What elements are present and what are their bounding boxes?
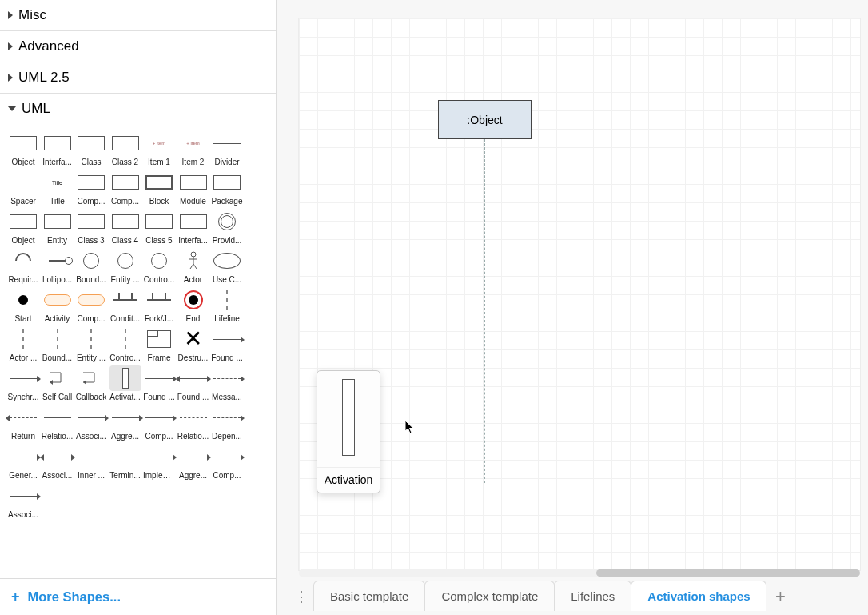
shape-comp-[interactable]: Comp... — [74, 170, 108, 206]
shape-depen-[interactable]: Depen... — [210, 405, 244, 441]
sheet-tab-complex-template[interactable]: Complex template — [424, 581, 555, 611]
shape-class-2[interactable]: Class 2 — [109, 130, 142, 166]
shape-contro-[interactable]: Contro... — [142, 248, 176, 284]
shape-class-5[interactable]: Class 5 — [142, 209, 176, 245]
shape-block[interactable]: Block — [142, 170, 176, 206]
shape-object[interactable]: Object — [6, 130, 40, 166]
shape-label: Associ... — [7, 510, 39, 519]
shape-label: Inner ... — [75, 471, 107, 480]
diagram-canvas[interactable]: :Object Activation — [299, 18, 860, 570]
shape-label: Activat... — [109, 393, 141, 401]
shape-item-2[interactable]: + itemItem 2 — [177, 130, 210, 166]
shape-item-1[interactable]: + itemItem 1 — [142, 130, 176, 166]
shape-comp-[interactable]: Comp... — [210, 444, 244, 480]
shape-end[interactable]: End — [177, 287, 210, 323]
sheet-tab-activation-shapes[interactable]: Activation shapes — [631, 581, 766, 611]
sheet-menu-button[interactable]: ⋮ — [289, 581, 313, 611]
shape-self-call[interactable]: Self Call — [41, 365, 74, 401]
object-lifeline[interactable] — [484, 139, 485, 483]
sheet-tab-basic-template[interactable]: Basic template — [313, 581, 425, 611]
svg-point-0 — [191, 252, 196, 257]
shape-comp-[interactable]: Comp... — [74, 287, 108, 323]
shape-entity-[interactable]: Entity ... — [109, 248, 142, 284]
circ-icon — [75, 248, 107, 274]
palette-section-uml-2-5[interactable]: UML 2.5 — [0, 62, 276, 93]
shape-inner-[interactable]: Inner ... — [74, 444, 108, 480]
shape-class[interactable]: Class — [74, 130, 108, 166]
more-shapes-button[interactable]: + More Shapes... — [0, 578, 276, 615]
shape-frame[interactable]: Frame — [142, 326, 176, 362]
shape-found-[interactable]: Found ... — [142, 365, 176, 401]
fork-icon — [109, 287, 141, 313]
shape-lifeline[interactable]: Lifeline — [210, 287, 244, 323]
shape-label: Fork/J... — [143, 314, 175, 323]
shape-activat-[interactable]: Activat... — [109, 365, 142, 401]
shape-label: Self Call — [42, 393, 74, 401]
shape-spacer[interactable]: Spacer — [6, 170, 40, 206]
shape-contro-[interactable]: Contro... — [109, 326, 142, 362]
shape-callback[interactable]: Callback — [74, 365, 108, 401]
shape-entity[interactable]: Entity — [41, 209, 74, 245]
shape-relatio-[interactable]: Relatio... — [177, 405, 210, 441]
shape-comp-[interactable]: Comp... — [109, 170, 142, 206]
rect-icon — [7, 130, 39, 156]
shape-bound-[interactable]: Bound... — [41, 326, 74, 362]
object-lifeline-box[interactable]: :Object — [438, 100, 532, 139]
shape-class-4[interactable]: Class 4 — [109, 209, 142, 245]
shape-use-c-[interactable]: Use C... — [210, 248, 244, 284]
shape-requir-[interactable]: Requir... — [6, 248, 40, 284]
sheet-tab-lifelines[interactable]: Lifelines — [554, 581, 631, 611]
palette-section-misc[interactable]: Misc — [0, 0, 276, 30]
palette-section-advanced[interactable]: Advanced — [0, 30, 276, 62]
shape-aggre-[interactable]: Aggre... — [177, 444, 210, 480]
shape-comp-[interactable]: Comp... — [142, 405, 176, 441]
shape-found-[interactable]: Found ... — [177, 365, 210, 401]
shape-associ-[interactable]: Associ... — [74, 405, 108, 441]
shape-actor-[interactable]: Actor ... — [6, 326, 40, 362]
shape-label: Object — [7, 236, 39, 245]
palette-scroll[interactable]: MiscAdvancedUML 2.5UML ObjectInterfa...C… — [0, 0, 276, 578]
palette-section-uml[interactable]: UML — [0, 93, 276, 124]
shape-aggre-[interactable]: Aggre... — [109, 405, 142, 441]
shape-relatio-[interactable]: Relatio... — [41, 405, 74, 441]
shape-start[interactable]: Start — [6, 287, 40, 323]
shape-interfa-[interactable]: Interfa... — [177, 209, 210, 245]
shape-associ-[interactable]: Associ... — [41, 444, 74, 480]
shape-synchr-[interactable]: Synchr... — [6, 365, 40, 401]
arrow-r-icon — [7, 483, 39, 509]
shape-divider[interactable]: Divider — [210, 130, 244, 166]
shape-title[interactable]: TitleTitle — [41, 170, 74, 206]
shape-return[interactable]: Return — [6, 405, 40, 441]
shape-messa-[interactable]: Messa... — [210, 365, 244, 401]
shape-package[interactable]: Package — [210, 170, 244, 206]
shape-termin-[interactable]: Termin... — [109, 444, 142, 480]
arrow-r-icon — [211, 326, 243, 352]
shape-entity-[interactable]: Entity ... — [74, 326, 108, 362]
item-icon: + item — [143, 130, 175, 156]
shape-actor[interactable]: Actor — [177, 248, 210, 284]
shape-condit-[interactable]: Condit... — [109, 287, 142, 323]
shape-provid-[interactable]: Provid... — [210, 209, 244, 245]
shape-bound-[interactable]: Bound... — [74, 248, 108, 284]
shape-label: Requir... — [7, 275, 39, 284]
arrow-r-icon — [177, 444, 209, 469]
shape-interfa-[interactable]: Interfa... — [41, 130, 74, 166]
shape-gener-[interactable]: Gener... — [6, 444, 40, 480]
shape-fork-j-[interactable]: Fork/J... — [142, 287, 176, 323]
shape-class-3[interactable]: Class 3 — [74, 209, 108, 245]
shape-label: Return — [7, 432, 39, 441]
rect-icon — [75, 170, 107, 195]
shape-activity[interactable]: Activity — [41, 287, 74, 323]
scrollbar-thumb[interactable] — [596, 569, 860, 577]
add-sheet-button[interactable]: + — [766, 581, 794, 611]
shape-module[interactable]: Module — [177, 170, 210, 206]
shape-lollipo-[interactable]: Lollipo... — [41, 248, 74, 284]
shape-object[interactable]: Object — [6, 209, 40, 245]
shape-implem-[interactable]: Implem... — [142, 444, 176, 480]
canvas-horizontal-scrollbar[interactable] — [299, 569, 855, 577]
shape-label: Class 3 — [75, 236, 107, 245]
shape-found-[interactable]: Found ... — [210, 326, 244, 362]
shape-associ-[interactable]: Associ... — [6, 483, 40, 519]
shape-destru-[interactable]: ✕Destru... — [177, 326, 210, 362]
caret-right-icon — [8, 74, 13, 82]
